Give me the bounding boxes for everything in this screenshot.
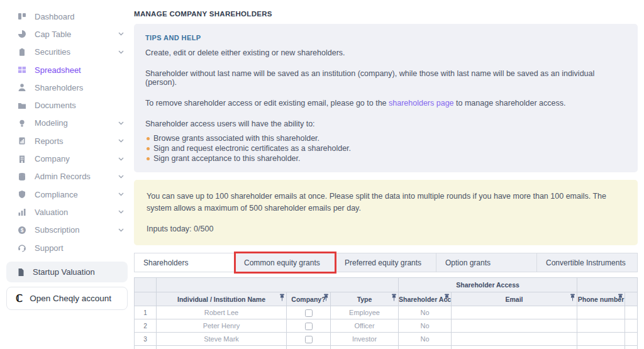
tab-shareholders[interactable]: Shareholders	[135, 253, 235, 272]
shareholders-page-link[interactable]: shareholders page	[389, 99, 454, 108]
row-number: 2	[135, 319, 157, 333]
chevron-down-icon[interactable]	[118, 121, 124, 125]
chevron-down-icon[interactable]	[118, 210, 124, 214]
phone-cell[interactable]	[577, 346, 625, 349]
documents-icon	[17, 101, 26, 110]
access-cell[interactable]: No	[399, 346, 452, 349]
pin-icon[interactable]	[618, 294, 623, 301]
company-cell	[287, 346, 331, 349]
sidebar-item-compliance[interactable]: Compliance	[0, 186, 134, 203]
type-cell[interactable]: Shareholder	[331, 346, 399, 349]
tab-common-equity-grants[interactable]: Common equity grants	[235, 253, 335, 272]
sidebar-item-label: Cap Table	[35, 30, 71, 39]
column-header-name[interactable]: Individual / Institution Name	[157, 292, 287, 306]
tips-and-help-panel: TIPS AND HELP Create, edit or delete eit…	[134, 24, 638, 172]
sidebar-item-valuation[interactable]: Valuation	[0, 203, 134, 221]
phone-cell[interactable]	[577, 333, 625, 346]
sidebar-item-documents[interactable]: Documents	[0, 96, 134, 114]
company-checkbox[interactable]	[305, 309, 313, 317]
sidebar-item-cap-table[interactable]: Cap Table	[0, 25, 134, 43]
company-checkbox[interactable]	[305, 336, 313, 343]
table-header-row: Individual / Institution Name Company? T…	[135, 292, 638, 306]
chevron-down-icon[interactable]	[118, 192, 124, 196]
subscription-icon: $	[17, 225, 26, 235]
sidebar-item-admin-records[interactable]: Admin Records	[0, 168, 134, 186]
sidebar-item-company[interactable]: Company	[0, 150, 134, 167]
name-cell[interactable]: Steve Mark	[157, 333, 287, 346]
open-cheqly-button[interactable]: ℂ Open Cheqly account	[6, 287, 128, 310]
pin-icon[interactable]	[323, 294, 329, 301]
file-icon	[17, 268, 25, 277]
app-window: Dashboard Cap Table Securities Spr	[0, 0, 644, 349]
blank-cell	[625, 319, 638, 333]
tips-bullet: Sign grant acceptance to this shareholde…	[145, 153, 626, 163]
type-cell[interactable]: Officer	[331, 319, 399, 333]
tab-label: Shareholders	[143, 258, 188, 267]
compliance-icon	[17, 190, 26, 199]
chevron-down-icon[interactable]	[118, 32, 124, 36]
sidebar-item-support[interactable]: Support	[0, 239, 134, 257]
blank-cell	[625, 333, 638, 346]
phone-cell[interactable]	[577, 319, 625, 333]
sidebar-item-label: Subscription	[35, 225, 80, 235]
sidebar-item-label: Valuation	[35, 208, 68, 217]
chevron-down-icon[interactable]	[118, 139, 124, 143]
email-cell[interactable]	[452, 333, 577, 346]
column-header-label: Type	[357, 296, 372, 303]
sidebar-item-label: Documents	[35, 101, 76, 110]
access-cell[interactable]: No	[399, 319, 452, 333]
column-header-phone[interactable]: Phone number	[577, 292, 625, 306]
tab-label: Common equity grants	[244, 258, 320, 267]
email-cell[interactable]	[452, 319, 577, 333]
column-header-type[interactable]: Type	[331, 292, 399, 306]
company-checkbox[interactable]	[305, 323, 313, 330]
tab-option-grants[interactable]: Option grants	[436, 253, 536, 272]
sidebar-item-label: Company	[35, 154, 70, 163]
tips-line-4: Shareholder access users will have the a…	[145, 119, 626, 128]
sidebar-item-reports[interactable]: Reports	[0, 132, 134, 150]
type-cell[interactable]: Investor	[331, 333, 399, 346]
tab-preferred-equity-grants[interactable]: Preferred equity grants	[335, 253, 436, 272]
svg-text:$: $	[20, 227, 23, 233]
sidebar-item-spreadsheet[interactable]: Spreadsheet	[0, 61, 134, 79]
tips-line-3-after: to manage shareholder access.	[454, 99, 566, 108]
pin-icon[interactable]	[444, 294, 450, 301]
sidebar-item-label: Compliance	[35, 190, 78, 199]
pin-icon[interactable]	[279, 294, 285, 301]
column-header-blank	[625, 292, 638, 306]
type-cell[interactable]: Employee	[331, 306, 399, 319]
chevron-down-icon[interactable]	[118, 175, 124, 179]
reports-icon	[17, 136, 26, 146]
sidebar-item-dashboard[interactable]: Dashboard	[0, 8, 134, 25]
chevron-down-icon[interactable]	[118, 50, 124, 54]
pin-icon[interactable]	[570, 294, 575, 301]
email-cell[interactable]	[452, 306, 577, 319]
sidebar-item-modeling[interactable]: Modeling	[0, 114, 134, 132]
chevron-down-icon[interactable]	[118, 157, 124, 161]
column-header-email[interactable]: Email	[452, 292, 577, 306]
sidebar-item-securities[interactable]: Securities	[0, 43, 134, 61]
column-header-company[interactable]: Company?	[287, 292, 331, 306]
access-cell[interactable]: No	[399, 306, 452, 319]
sidebar-item-shareholders[interactable]: Shareholders	[0, 79, 134, 96]
access-cell[interactable]: No	[399, 333, 452, 346]
sidebar-item-startup-valuation[interactable]: Startup Valuation	[6, 262, 128, 282]
phone-cell[interactable]	[577, 306, 625, 319]
sidebar: Dashboard Cap Table Securities Spr	[0, 0, 134, 349]
column-header-label: Individual / Institution Name	[177, 296, 265, 303]
sidebar-item-subscription[interactable]: $ Subscription	[0, 221, 134, 239]
name-cell[interactable]: Peter Henry	[157, 319, 287, 333]
name-cell[interactable]: Anderson Hooper	[157, 346, 287, 349]
name-cell[interactable]: Robert Lee	[157, 306, 287, 319]
chevron-down-icon[interactable]	[118, 228, 124, 232]
pin-icon[interactable]	[391, 294, 397, 301]
column-header-shareholder-access[interactable]: Shareholder Access	[399, 292, 452, 306]
main-content: MANAGE COMPANY SHAREHOLDERS TIPS AND HEL…	[134, 0, 644, 349]
row-number: 4	[135, 346, 157, 349]
tab-convertible-instruments[interactable]: Convertible Instruments	[536, 253, 637, 272]
dashboard-icon	[17, 12, 26, 21]
sidebar-item-label: Admin Records	[35, 172, 91, 181]
email-cell[interactable]	[452, 346, 577, 349]
row-number: 3	[135, 333, 157, 346]
sidebar-item-label: Securities	[35, 47, 70, 57]
